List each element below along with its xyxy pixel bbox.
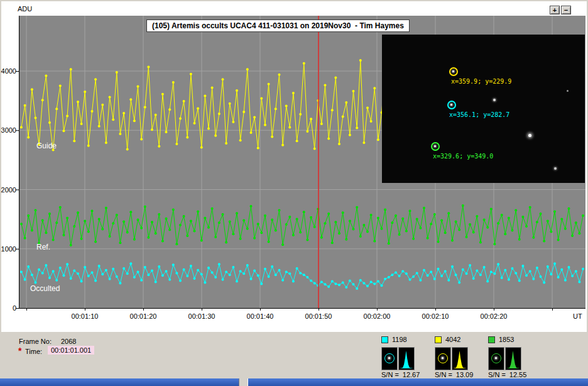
aperture-thumbnail — [488, 347, 504, 370]
x-tick-label: 00:02:00 — [357, 312, 397, 320]
x-tick-label: 00:02:20 — [474, 312, 514, 320]
background-star-dot — [554, 167, 557, 170]
series-occulted — [20, 262, 584, 290]
series-label-ref: Ref. — [36, 243, 50, 251]
x-tick-label: 00:02:10 — [415, 312, 455, 320]
status-panel: Frame No: 2068 * Time: 00:01:01.001 1198… — [0, 332, 588, 378]
star-blob-icon — [452, 70, 454, 72]
legend-adu-value: 4042 — [445, 336, 460, 343]
background-star-dot — [567, 90, 569, 92]
titlebar-notch — [239, 378, 248, 386]
profile-thumbnail — [398, 347, 415, 370]
star-blob-icon — [450, 104, 452, 106]
profile-thumbnail — [452, 347, 468, 370]
time-marker-asterisk: * — [18, 346, 21, 356]
guide-star-marker-icon[interactable] — [449, 67, 458, 76]
zoom-in-button[interactable]: + — [550, 6, 560, 14]
occulted-star-coords: x=356.1; y=282.7 — [449, 111, 509, 118]
profile-thumbnail — [505, 347, 521, 370]
snr-readout: S/N =12.67 — [381, 371, 420, 378]
snr-value: 12.55 — [509, 371, 527, 378]
zoom-out-button[interactable]: − — [561, 6, 571, 14]
x-tick-label: 00:01:20 — [123, 312, 163, 320]
profile-peak-icon — [506, 351, 520, 368]
y-tick-label: 1000 — [0, 245, 16, 253]
limovie-window: ADU UT 0 1000 2000 3000 4000 00:01:10 00… — [0, 0, 588, 386]
snr-value: 13.09 — [456, 371, 474, 378]
ref-star-coords: x=329.6; y=349.0 — [433, 153, 493, 160]
x-axis-unit-label: UT — [573, 312, 582, 320]
y-tick-label: 3000 — [0, 126, 16, 134]
time-value: 00:01:01.001 — [48, 346, 94, 355]
star-blob-icon — [442, 357, 444, 359]
aperture-thumbnail — [435, 347, 451, 370]
x-tick-label: 00:01:30 — [182, 312, 222, 320]
series-label-guide: Guide — [36, 141, 57, 150]
star-blob-icon — [388, 357, 390, 359]
snr-value: 12.67 — [403, 371, 420, 378]
legend-color-swatch — [435, 336, 442, 343]
aperture-thumbnail — [381, 347, 398, 370]
guide-star-coords: x=359.9; y=229.9 — [451, 78, 511, 85]
series-ref — [20, 204, 584, 246]
star-blob-icon — [495, 357, 497, 359]
profile-peak-icon — [453, 351, 467, 368]
legend-color-swatch — [488, 336, 495, 343]
chart-title: (105) Artemis occults UCAC4 411-031031 o… — [146, 19, 410, 32]
legend-group-guide: 4042 S/N =13.09 — [435, 336, 472, 378]
legend-color-swatch — [381, 336, 388, 343]
y-tick-label: 0 — [0, 304, 16, 312]
x-tick-label: 00:01:40 — [240, 312, 280, 320]
legend-adu-value: 1198 — [392, 336, 407, 343]
frame-no-value: 2068 — [61, 338, 76, 345]
series-label-occulted: Occulted — [30, 284, 60, 293]
star-blob-icon — [434, 145, 436, 147]
legend-adu-value: 1853 — [499, 336, 514, 343]
y-tick-label: 4000 — [0, 67, 16, 75]
snr-readout: S/N =12.55 — [488, 371, 526, 378]
x-tick-label: 00:01:50 — [298, 312, 339, 320]
y-axis-unit-label: ADU — [18, 5, 32, 13]
ref-star-marker-icon[interactable] — [431, 142, 440, 151]
snr-readout: S/N =13.09 — [435, 371, 473, 378]
legend-group-ref: 1853 S/N =12.55 — [488, 336, 526, 378]
y-tick-label: 2000 — [0, 186, 16, 194]
profile-peak-icon — [400, 351, 413, 368]
time-label: Time: — [25, 348, 42, 355]
x-tick-label: 00:01:10 — [65, 312, 105, 320]
frame-no-label: Frame No: — [19, 338, 52, 345]
legend-group-occulted: 1198 S/N =12.67 — [381, 336, 419, 378]
video-field-inset[interactable]: x=359.9; y=229.9 x=356.1; y=282.7 x=329.… — [382, 35, 585, 183]
background-window-titlebar[interactable] — [0, 378, 588, 386]
background-star-dot — [528, 134, 531, 137]
occulted-star-marker-icon[interactable] — [447, 101, 456, 109]
background-star-dot — [493, 99, 496, 101]
